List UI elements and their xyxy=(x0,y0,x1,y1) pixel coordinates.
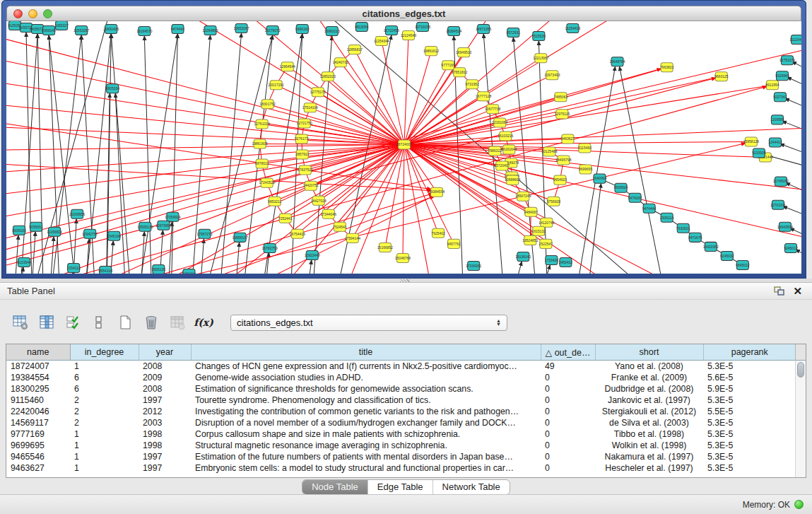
network-node[interactable]: 9215935 xyxy=(752,148,766,158)
network-node[interactable]: 9474443 xyxy=(171,25,185,34)
network-node[interactable]: 16420352 xyxy=(703,242,719,251)
network-node[interactable]: 12775170 xyxy=(310,88,326,97)
network-node[interactable]: 10677738 xyxy=(485,105,500,114)
network-node[interactable]: 20206556 xyxy=(69,209,85,218)
network-node[interactable]: 19136141 xyxy=(515,252,531,261)
row-height-icon[interactable] xyxy=(90,313,108,332)
network-node[interactable]: 18724007 xyxy=(396,140,412,149)
network-node[interactable]: 5905135 xyxy=(152,264,166,274)
network-node[interactable]: 17957273 xyxy=(196,229,212,238)
network-node[interactable]: 12852023 xyxy=(320,72,336,81)
network-node[interactable]: 9731952 xyxy=(465,80,479,89)
network-node[interactable]: 7663822 xyxy=(660,63,674,72)
network-node[interactable]: 7485063 xyxy=(554,93,568,102)
network-node[interactable]: 14120746 xyxy=(539,218,554,227)
network-node[interactable]: 7986322 xyxy=(488,146,502,156)
network-node[interactable]: 1640954 xyxy=(593,174,607,183)
network-node[interactable]: 11254419 xyxy=(565,24,580,33)
network-node[interactable]: 15276072 xyxy=(265,26,281,35)
delete-icon[interactable] xyxy=(142,313,160,332)
network-node[interactable]: 18907249 xyxy=(515,192,531,201)
float-panel-icon[interactable] xyxy=(774,286,784,296)
network-node[interactable]: 12864544 xyxy=(280,62,295,71)
network-node[interactable]: 7625402 xyxy=(431,228,445,238)
network-node[interactable]: 16960213 xyxy=(324,27,340,36)
close-panel-icon[interactable]: ✕ xyxy=(793,286,802,296)
network-node[interactable]: 7632621 xyxy=(676,223,690,233)
vertical-scrollbar[interactable] xyxy=(795,361,806,477)
column-header-name[interactable]: name xyxy=(6,344,70,361)
network-node[interactable]: 9660125 xyxy=(714,72,729,81)
network-node[interactable]: 1545194 xyxy=(107,231,122,240)
network-node[interactable]: 17359924 xyxy=(165,212,180,221)
network-node[interactable]: 9484067 xyxy=(524,207,539,216)
network-node[interactable]: 11123445 xyxy=(789,35,801,45)
network-node[interactable]: 1209585 xyxy=(770,115,784,124)
network-node[interactable]: 12721750 xyxy=(297,119,312,128)
network-node[interactable]: 14420751 xyxy=(303,181,319,190)
network-node[interactable]: 8813054 xyxy=(355,23,369,32)
network-node[interactable]: 1615132 xyxy=(532,226,546,235)
network-node[interactable]: 9463627 xyxy=(561,134,575,144)
network-node[interactable]: 19861605 xyxy=(252,139,268,148)
table-row[interactable]: 2242004622012Investigating the contribut… xyxy=(6,406,796,417)
network-node[interactable]: 2450412 xyxy=(559,257,573,267)
network-node[interactable]: 12923448 xyxy=(305,250,320,259)
network-node[interactable]: 2154112 xyxy=(67,263,81,272)
network-node[interactable]: 9115460 xyxy=(578,144,592,153)
network-node[interactable]: 12124549 xyxy=(401,31,416,40)
network-node[interactable]: 9245032 xyxy=(720,251,734,260)
table-row[interactable]: 1456911722003Disruption of a novel membe… xyxy=(6,417,796,428)
network-node[interactable]: 12761014 xyxy=(254,119,270,129)
network-node[interactable]: 1733426 xyxy=(545,255,559,264)
tab-node-table[interactable]: Node Table xyxy=(302,480,368,494)
network-node[interactable]: 11156829 xyxy=(47,227,62,236)
network-node[interactable]: 14671355 xyxy=(476,25,491,34)
scrollbar-thumb[interactable] xyxy=(797,362,804,378)
network-node[interactable]: 6966160 xyxy=(295,25,310,34)
network-node[interactable]: 8572931 xyxy=(507,28,521,37)
network-node[interactable]: 9654923 xyxy=(553,175,567,185)
network-node[interactable]: 12264863 xyxy=(202,26,218,35)
network-canvas[interactable]: 1872400712856817142407021285202312775170… xyxy=(6,21,801,274)
network-node[interactable]: 18301752 xyxy=(260,100,276,109)
network-node[interactable]: 12505135 xyxy=(137,222,153,231)
network-node[interactable]: 17651812 xyxy=(452,68,467,77)
tab-network-table[interactable]: Network Table xyxy=(433,480,510,494)
network-node[interactable]: 9853211 xyxy=(268,197,281,206)
minimize-window-button[interactable] xyxy=(28,9,37,18)
table-row[interactable]: 1872400712008Changes of HCN gene express… xyxy=(6,361,796,373)
network-node[interactable]: 16754419 xyxy=(290,229,305,238)
network-node[interactable]: 9227341 xyxy=(773,93,787,102)
close-window-button[interactable] xyxy=(13,9,23,18)
table-row[interactable]: 1938455462009Genome-wide association stu… xyxy=(6,372,796,383)
network-node[interactable]: 9756928 xyxy=(547,197,561,206)
network-node[interactable]: 1244413 xyxy=(768,138,782,147)
table-row[interactable]: 1830029562008Estimation of significance … xyxy=(6,383,796,395)
table-mode-icon[interactable] xyxy=(11,313,30,332)
network-node[interactable]: 28495798 xyxy=(555,156,571,165)
network-node[interactable]: 16161644 xyxy=(501,145,517,154)
network-node[interactable]: 17514104 xyxy=(302,103,318,112)
network-node[interactable]: 9055051 xyxy=(29,222,43,231)
network-node[interactable]: 8878011 xyxy=(255,159,269,168)
network-node[interactable]: 2805334 xyxy=(106,84,120,93)
network-node[interactable]: 15751074 xyxy=(779,56,795,65)
table-select-dropdown[interactable]: citations_edges.txt ▲▼ xyxy=(230,315,507,331)
network-node[interactable]: 7524541 xyxy=(333,222,347,231)
network-node[interactable]: 9245012 xyxy=(784,243,798,252)
network-node[interactable]: 14240702 xyxy=(333,58,348,67)
network-node[interactable]: 9474444 xyxy=(642,204,657,213)
network-node[interactable]: 19958107 xyxy=(232,233,247,242)
network-node[interactable]: 12856817 xyxy=(347,45,363,54)
column-header-out_de[interactable]: △ out_de… xyxy=(541,344,595,361)
table-row[interactable]: 946554611997Estimation of the future num… xyxy=(6,451,796,462)
network-node[interactable]: 15166852 xyxy=(377,243,393,252)
column-header-pagerank[interactable]: pagerank xyxy=(703,344,796,361)
network-node[interactable]: 6161441 xyxy=(182,269,196,274)
network-node[interactable]: 16782759 xyxy=(262,243,278,252)
network-node[interactable]: 17594144 xyxy=(345,233,360,243)
show-columns-icon[interactable] xyxy=(37,313,56,332)
network-node[interactable]: 7515526 xyxy=(532,32,546,41)
network-node[interactable]: 17334261 xyxy=(466,261,481,270)
